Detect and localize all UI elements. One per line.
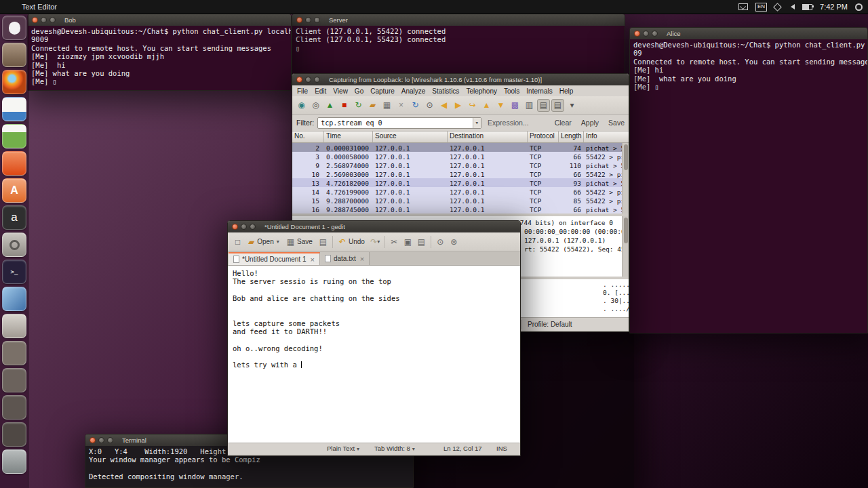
minimize-button[interactable] (241, 224, 247, 230)
packet-row[interactable]: 134.726182000127.0.0.1127.0.0.1TCP93pich… (292, 178, 629, 187)
minimize-button[interactable] (98, 437, 104, 443)
expression-button[interactable]: Expression... (488, 119, 529, 127)
menu-item-statistics[interactable]: Statistics (429, 87, 462, 95)
go-to-packet-icon[interactable]: ↪ (466, 99, 479, 112)
titlebar-wireshark[interactable]: Capturing from Loopback: lo [Wireshark 1… (292, 74, 629, 85)
tab-width-selector[interactable]: Tab Width: 8▾ (374, 445, 415, 452)
language-selector[interactable]: Plain Text▾ (327, 445, 359, 452)
scrollbar[interactable] (622, 143, 629, 214)
launcher-paint-app-icon[interactable] (2, 287, 26, 311)
new-document-icon[interactable]: □ (231, 235, 244, 248)
packet-row[interactable]: 20.000031000127.0.0.1127.0.0.1TCP74picha… (292, 143, 629, 152)
menu-item-edit[interactable]: Edit (311, 87, 330, 95)
packet-row[interactable]: 144.726199000127.0.0.1127.0.0.1TCP665542… (292, 187, 629, 196)
column-header-time[interactable]: Time (324, 131, 373, 142)
close-button[interactable] (232, 224, 238, 230)
redo-icon[interactable]: ↷▾ (369, 235, 382, 248)
save-capture-icon[interactable]: ▦ (380, 99, 393, 112)
minimize-button[interactable] (305, 17, 311, 23)
colorize-icon[interactable]: ▩ (509, 99, 521, 112)
volume-icon[interactable] (788, 4, 795, 9)
menu-item-go[interactable]: Go (351, 87, 367, 95)
go-last-icon[interactable]: ▼ (494, 99, 507, 112)
close-tab-icon[interactable]: × (360, 255, 364, 263)
titlebar-gedit[interactable]: *Untitled Document 1 - gedit (228, 221, 520, 232)
clock[interactable]: 7:42 PM (820, 3, 848, 11)
close-button[interactable] (296, 17, 302, 23)
launcher-firefox-icon[interactable] (2, 70, 26, 94)
open-capture-icon[interactable]: ▰ (366, 99, 379, 112)
save-filter-button[interactable]: Save (608, 119, 625, 127)
restart-capture-icon[interactable]: ↻ (352, 99, 365, 112)
session-menu-gear-icon[interactable] (855, 3, 863, 11)
menu-item-file[interactable]: File (294, 87, 311, 95)
packet-row[interactable]: 30.000058000127.0.0.1127.0.0.1TCP6655422… (292, 152, 629, 161)
undo-button[interactable]: ↶Undo (336, 237, 368, 247)
launcher-software-center-icon[interactable]: A (2, 178, 26, 203)
close-button[interactable] (90, 437, 96, 443)
menu-item-analyze[interactable]: Analyze (398, 87, 429, 95)
maximize-button[interactable] (652, 30, 658, 37)
cut-icon[interactable]: ✂ (388, 235, 401, 248)
find-packet-icon[interactable]: ⊙ (423, 99, 436, 112)
save-button[interactable]: ▦Save (283, 237, 316, 247)
titlebar-bob[interactable]: Bob (28, 14, 291, 26)
maximize-button[interactable] (107, 437, 113, 443)
tab-data-txt[interactable]: data.txt × (320, 252, 370, 265)
close-button[interactable] (634, 30, 640, 37)
minimize-button[interactable] (41, 17, 47, 23)
titlebar-server[interactable]: Server (292, 14, 625, 26)
launcher-app-4-icon[interactable] (2, 422, 26, 447)
open-button[interactable]: ▰Open▾ (245, 237, 283, 247)
scrollbar-thumb[interactable] (624, 144, 628, 170)
close-button[interactable] (32, 17, 38, 23)
copy-icon[interactable]: ▣ (401, 235, 414, 248)
launcher-trash-icon[interactable] (2, 449, 26, 474)
column-header-destination[interactable]: Destination (448, 131, 528, 142)
battery-icon[interactable] (802, 4, 812, 10)
launcher-amazon-icon[interactable]: a (2, 205, 26, 230)
go-first-icon[interactable]: ▲ (480, 99, 493, 112)
go-back-icon[interactable]: ◀ (437, 99, 450, 112)
list-interfaces-icon[interactable]: ◉ (295, 99, 308, 112)
reload-capture-icon[interactable]: ↻ (409, 99, 422, 112)
scrollbar[interactable] (622, 216, 629, 277)
menu-item-view[interactable]: View (330, 87, 351, 95)
launcher-file-manager-icon[interactable] (2, 43, 26, 67)
launcher-app-2-icon[interactable] (2, 368, 26, 392)
go-forward-icon[interactable]: ▶ (452, 99, 465, 112)
stop-capture-icon[interactable]: ■ (338, 99, 351, 112)
scrollbar-thumb[interactable] (624, 218, 628, 243)
minimize-button[interactable] (643, 30, 649, 37)
menu-item-internals[interactable]: Internals (523, 87, 555, 95)
titlebar-alice[interactable]: Alice (630, 28, 867, 39)
launcher-system-settings-icon[interactable] (2, 232, 26, 257)
auto-scroll-icon[interactable]: ▥ (523, 99, 536, 112)
maximize-button[interactable] (314, 17, 320, 23)
minimize-button[interactable] (305, 77, 311, 83)
maximize-button[interactable] (250, 224, 256, 230)
packet-row[interactable]: 159.288700000127.0.0.1127.0.0.1TCP855542… (292, 196, 629, 205)
launcher-app-3-icon[interactable] (2, 395, 26, 420)
menu-item-capture[interactable]: Capture (367, 87, 398, 95)
packet-list[interactable]: 20.000031000127.0.0.1127.0.0.1TCP74picha… (292, 143, 629, 214)
column-header-source[interactable]: Source (373, 131, 448, 142)
bob-terminal-output[interactable]: devesh@Devesh-ubiquitous:~/Chat$ python … (28, 26, 291, 90)
maximize-button[interactable] (314, 77, 320, 83)
chevron-down-icon[interactable]: ▾ (473, 118, 481, 128)
active-app-name[interactable]: Text Editor (22, 3, 57, 11)
packet-row[interactable]: 92.568974000127.0.0.1127.0.0.1TCP110pich… (292, 161, 629, 169)
column-header-protocol[interactable]: Protocol (528, 131, 559, 142)
launcher-ubuntu-one-icon[interactable] (2, 151, 26, 176)
find-icon[interactable]: ⊙ (434, 235, 447, 248)
launcher-gimp-icon[interactable] (2, 314, 26, 338)
menu-item-telephony[interactable]: Telephony (462, 87, 500, 95)
column-header-length[interactable]: Length (559, 131, 584, 142)
launcher-terminal-icon[interactable]: >_ (2, 260, 26, 284)
launcher-libreoffice-calc-icon[interactable] (2, 124, 26, 148)
print-icon[interactable]: ▤ (317, 235, 330, 248)
column-header-no[interactable]: No. (292, 131, 324, 142)
tab-untitled-document-1[interactable]: *Untitled Document 1 × (229, 252, 320, 265)
packet-details-view-icon[interactable]: ▤ (551, 99, 564, 112)
launcher-apple-logo-icon[interactable] (2, 16, 26, 40)
